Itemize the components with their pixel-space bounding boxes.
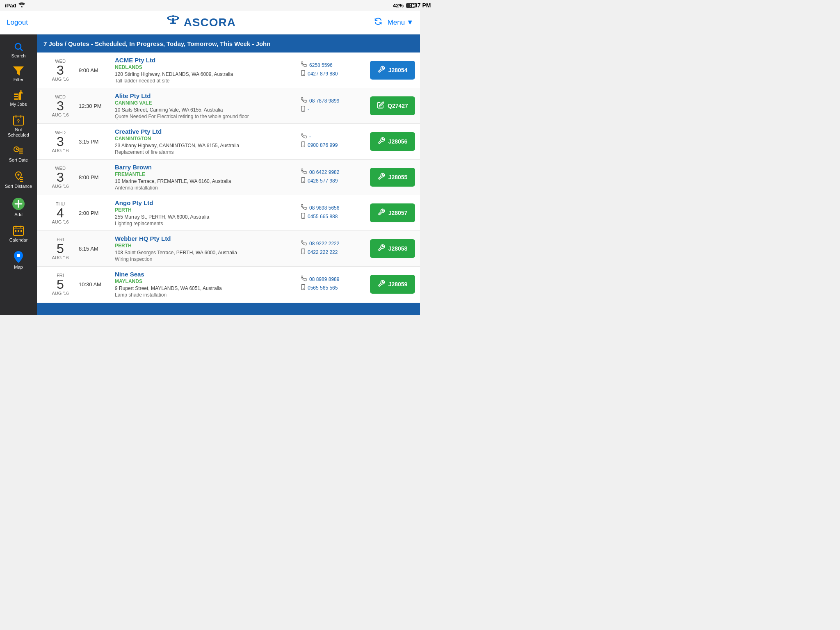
sidebar-item-sort-date[interactable]: Sort Date xyxy=(0,142,37,167)
refresh-button[interactable] xyxy=(374,17,383,28)
job-time: 8:00 PM xyxy=(79,174,112,180)
sidebar-add-label: Add xyxy=(14,212,23,217)
job-notes: Wiring inspection xyxy=(115,256,298,262)
job-suburb: CANNINTGTON xyxy=(115,136,298,142)
job-time: 12:30 PM xyxy=(79,103,112,109)
sidebar-item-calendar[interactable]: Calendar xyxy=(0,221,37,247)
sidebar-search-label: Search xyxy=(11,53,26,58)
job-action-button[interactable]: J28055 xyxy=(370,168,415,187)
header: Logout Ascora Menu ▼ xyxy=(0,11,420,34)
sidebar-filter-label: Filter xyxy=(14,77,23,82)
sidebar-item-search[interactable]: Search xyxy=(0,38,37,62)
sort-date-icon xyxy=(13,146,24,156)
sidebar-map-label: Map xyxy=(14,265,23,269)
sidebar-item-map[interactable]: Map xyxy=(0,247,37,274)
phone-icon xyxy=(301,276,307,283)
job-button-icon xyxy=(377,101,384,111)
job-date-number: 3 xyxy=(42,64,79,77)
job-action-button[interactable]: J28057 xyxy=(370,203,415,222)
job-id-label: J28057 xyxy=(388,210,408,216)
job-mobile: 0427 879 880 xyxy=(308,71,338,77)
job-phones: - 0900 876 999 xyxy=(301,133,367,150)
job-info: Creative Pty Ltd CANNINTGTON 23 Albany H… xyxy=(112,128,301,155)
job-company[interactable]: Nine Seas xyxy=(115,271,298,278)
job-address: 10 Marine Terrace, FREMANTLE, WA 6160, A… xyxy=(115,178,298,184)
sidebar-calendar-label: Calendar xyxy=(9,237,28,242)
job-phones: 08 7878 9899 - xyxy=(301,97,367,114)
svg-rect-6 xyxy=(170,23,176,24)
job-info: Alite Pty Ltd CANNING VALE 10 Sails Stre… xyxy=(112,92,301,119)
svg-marker-9 xyxy=(13,66,24,75)
mobile-icon xyxy=(301,284,305,291)
job-id-label: J28056 xyxy=(388,138,408,145)
job-company[interactable]: Alite Pty Ltd xyxy=(115,92,298,99)
job-action-button[interactable]: J28056 xyxy=(370,132,415,151)
job-action-button[interactable]: J28059 xyxy=(370,275,415,294)
job-phone: - xyxy=(309,134,311,139)
job-suburb: PERTH xyxy=(115,207,298,213)
job-mobile: 0565 565 565 xyxy=(308,285,338,291)
job-phone-row: 08 7878 9899 xyxy=(301,97,367,104)
svg-rect-25 xyxy=(20,177,23,178)
job-mobile-row: 0427 879 880 xyxy=(301,70,367,77)
svg-rect-51 xyxy=(301,285,305,290)
job-phone-row: 08 8989 8989 xyxy=(301,276,367,283)
job-date-number: 5 xyxy=(42,242,79,255)
status-bar: iPad 3:37 PM 42% xyxy=(0,0,420,11)
svg-rect-43 xyxy=(301,142,305,147)
job-company[interactable]: Barry Brown xyxy=(115,164,298,171)
job-suburb: MAYLANDS xyxy=(115,278,298,284)
job-info: Nine Seas MAYLANDS 9 Rupert Street, MAYL… xyxy=(112,271,301,298)
svg-rect-36 xyxy=(18,230,19,232)
job-action-button[interactable]: Q27427 xyxy=(370,96,415,115)
brand-name: Ascora xyxy=(184,16,236,29)
sidebar-item-my-jobs[interactable]: My Jobs xyxy=(0,86,37,111)
job-notes: Tall ladder needed at site xyxy=(115,78,298,84)
logout-button[interactable]: Logout xyxy=(7,18,28,27)
filter-icon xyxy=(13,66,24,75)
job-company[interactable]: Webber HQ Pty Ltd xyxy=(115,235,298,242)
job-time: 10:30 AM xyxy=(79,281,112,288)
svg-rect-47 xyxy=(301,213,305,219)
content-area: 7 Jobs / Quotes - Scheduled, In Progress… xyxy=(37,34,420,315)
job-date-month: AUG '16 xyxy=(42,255,79,260)
myjobs-icon xyxy=(13,90,24,100)
job-date: WED 3 AUG '16 xyxy=(42,130,79,153)
job-mobile-row: 0900 876 999 xyxy=(301,142,367,148)
job-action-button[interactable]: J28054 xyxy=(370,61,415,80)
menu-chevron-icon: ▼ xyxy=(406,18,413,27)
job-time: 3:15 PM xyxy=(79,139,112,145)
status-right: 42% xyxy=(393,2,415,9)
job-address: 120 Stirling Highway, NEDLANDS, WA 6009,… xyxy=(115,71,298,77)
phone-icon xyxy=(301,97,307,104)
sidebar-item-add[interactable]: Add xyxy=(0,193,37,221)
sidebar-item-sort-distance[interactable]: Sort Distance xyxy=(0,167,37,193)
job-phone-row: 08 9222 2222 xyxy=(301,240,367,247)
svg-rect-35 xyxy=(15,230,16,232)
menu-button[interactable]: Menu ▼ xyxy=(388,18,413,27)
job-date-number: 4 xyxy=(42,206,79,219)
svg-rect-49 xyxy=(301,249,305,254)
job-info: Barry Brown FREMANTLE 10 Marine Terrace,… xyxy=(112,164,301,191)
job-notes: Antenna installation xyxy=(115,185,298,191)
table-row: FRI 5 AUG '16 10:30 AM Nine Seas MAYLAND… xyxy=(37,267,420,302)
job-suburb: FREMANTLE xyxy=(115,171,298,177)
table-row: FRI 5 AUG '16 8:15 AM Webber HQ Pty Ltd … xyxy=(37,231,420,267)
job-date-month: AUG '16 xyxy=(42,112,79,117)
sidebar-item-filter[interactable]: Filter xyxy=(0,62,37,86)
svg-point-38 xyxy=(17,254,20,257)
job-suburb: PERTH xyxy=(115,243,298,249)
sidebar-myjobs-label: My Jobs xyxy=(10,102,27,107)
job-date-number: 3 xyxy=(42,99,79,112)
sidebar-item-not-scheduled[interactable]: ? NotScheduled xyxy=(0,111,37,142)
job-company[interactable]: Ango Pty Ltd xyxy=(115,199,298,206)
mobile-icon xyxy=(301,106,305,113)
job-date-number: 3 xyxy=(42,171,79,184)
svg-rect-11 xyxy=(14,96,18,97)
phone-icon xyxy=(301,62,307,68)
phone-icon xyxy=(301,169,307,176)
job-company[interactable]: Creative Pty Ltd xyxy=(115,128,298,135)
job-company[interactable]: ACME Pty Ltd xyxy=(115,57,298,64)
sidebar-sortdistance-label: Sort Distance xyxy=(5,184,32,189)
job-action-button[interactable]: J28058 xyxy=(370,239,415,258)
